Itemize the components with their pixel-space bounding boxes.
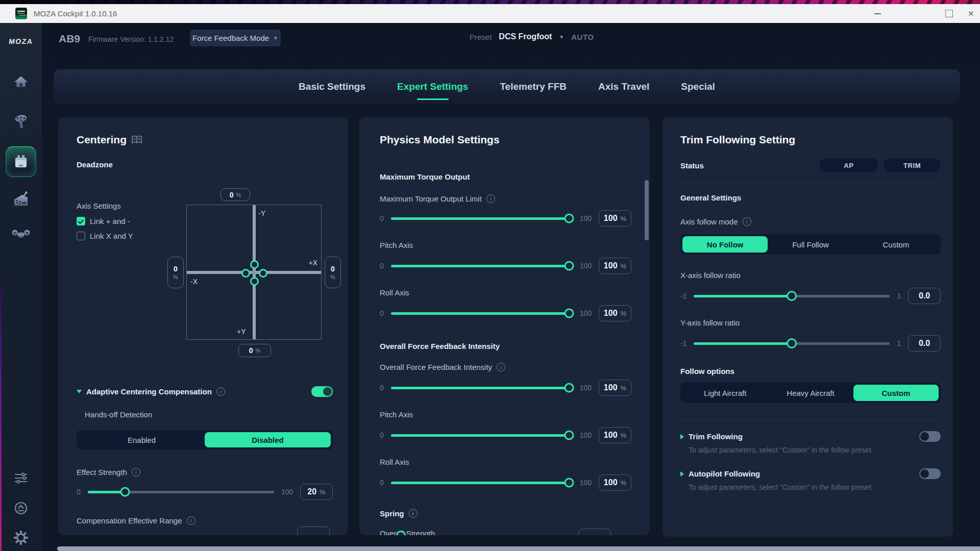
slider-thumb[interactable] bbox=[787, 338, 797, 348]
slider-value-partial[interactable] bbox=[578, 529, 611, 535]
tab-telemetry-ffb[interactable]: Telemetry FFB bbox=[499, 78, 568, 95]
sidebar-item-throttle[interactable] bbox=[11, 190, 31, 210]
sidebar-item-calibration[interactable] bbox=[11, 468, 31, 488]
slider-track[interactable] bbox=[391, 217, 573, 220]
tab-axis-travel[interactable]: Axis Travel bbox=[597, 78, 650, 95]
deadzone-handle-left[interactable] bbox=[241, 269, 250, 278]
hands-off-segmented: Enabled Disabled bbox=[77, 430, 333, 449]
deadzone-left-input[interactable]: 0% bbox=[167, 257, 184, 288]
sidebar-item-pedals[interactable] bbox=[11, 225, 31, 244]
collapse-triangle-icon[interactable] bbox=[77, 390, 82, 393]
sidebar-item-settings[interactable] bbox=[11, 528, 31, 547]
close-button[interactable]: ✕ bbox=[961, 4, 980, 23]
checkbox-link-plus-minus[interactable]: Link + and - bbox=[77, 217, 133, 226]
general-settings-label: General Settings bbox=[680, 193, 941, 202]
info-icon[interactable]: i bbox=[497, 363, 505, 371]
compensation-range-value-partial[interactable] bbox=[297, 527, 330, 535]
deadzone-plot[interactable]: -Y +X -X +Y ✕ bbox=[186, 205, 322, 340]
chevron-down-icon[interactable]: ▼ bbox=[559, 34, 564, 40]
option-no-follow[interactable]: No Follow bbox=[682, 236, 768, 253]
minimize-button[interactable] bbox=[866, 4, 889, 23]
slider-value[interactable]: 100% bbox=[599, 474, 631, 491]
slider-value[interactable]: 100% bbox=[599, 380, 631, 396]
deadzone-right-input[interactable]: 0% bbox=[325, 257, 341, 288]
slider-value[interactable]: 100% bbox=[599, 210, 631, 227]
slider-track[interactable] bbox=[391, 265, 573, 267]
autopilot-following-toggle[interactable] bbox=[919, 468, 941, 479]
window-controls: ✕ bbox=[866, 4, 980, 23]
trim-following-toggle[interactable] bbox=[919, 431, 941, 442]
info-icon[interactable]: i bbox=[132, 468, 140, 477]
auto-badge[interactable]: AUTO bbox=[571, 33, 594, 41]
info-icon[interactable]: i bbox=[187, 516, 195, 525]
deadzone-bottom-input[interactable]: 0% bbox=[238, 344, 271, 357]
sidebar-item-base-active[interactable] bbox=[6, 146, 36, 177]
slider-thumb[interactable] bbox=[787, 291, 797, 301]
deadzone-handle-right[interactable] bbox=[259, 269, 267, 278]
x-ratio-label: X-axis follow ratio bbox=[680, 271, 941, 280]
option-enabled[interactable]: Enabled bbox=[79, 432, 205, 447]
info-icon[interactable]: i bbox=[743, 217, 751, 226]
tab-special[interactable]: Special bbox=[680, 78, 716, 95]
option-light-aircraft[interactable]: Light Aircraft bbox=[682, 385, 768, 401]
maximize-button[interactable] bbox=[937, 4, 961, 23]
info-icon[interactable]: i bbox=[409, 509, 418, 518]
info-icon[interactable]: i bbox=[486, 194, 495, 203]
max-torque-section: Maximum Torque Output bbox=[380, 172, 631, 181]
slider-value[interactable]: 100% bbox=[599, 427, 631, 443]
preset-value[interactable]: DCS Frogfoot bbox=[499, 32, 552, 41]
option-custom[interactable]: Custom bbox=[853, 236, 939, 253]
preset-label: Preset bbox=[470, 33, 492, 41]
ap-status-badge[interactable]: AP bbox=[819, 158, 878, 172]
trim-following-hint: To adjust parameters, select "Custom" in… bbox=[680, 446, 941, 454]
slider-track[interactable] bbox=[391, 387, 573, 389]
option-heavy-aircraft[interactable]: Heavy Aircraft bbox=[768, 385, 853, 401]
slider-value[interactable]: 100% bbox=[599, 258, 631, 274]
pitch-axis-slider: 0 100 100% bbox=[380, 258, 631, 274]
slider-track[interactable] bbox=[391, 312, 573, 315]
option-full-follow[interactable]: Full Follow bbox=[768, 236, 853, 253]
deadzone-top-input[interactable]: 0% bbox=[220, 188, 250, 201]
slider-thumb[interactable] bbox=[564, 478, 574, 488]
y-ratio-slider: -1 1 0.0 bbox=[680, 335, 941, 352]
slider-track[interactable] bbox=[391, 482, 573, 484]
sidebar: MOZA bbox=[0, 23, 42, 551]
slider-thumb[interactable] bbox=[564, 261, 574, 271]
expand-triangle-icon[interactable] bbox=[680, 434, 684, 439]
slider-thumb[interactable] bbox=[564, 214, 574, 223]
adaptive-centering-toggle[interactable] bbox=[311, 386, 333, 397]
tab-expert-settings[interactable]: Expert Settings bbox=[396, 78, 469, 95]
slider-track[interactable] bbox=[391, 434, 573, 437]
deadzone-handle-top[interactable] bbox=[250, 260, 259, 269]
checkbox-link-x-y[interactable]: Link X and Y bbox=[77, 232, 133, 240]
slider-track[interactable] bbox=[88, 491, 274, 493]
option-custom[interactable]: Custom bbox=[853, 385, 939, 401]
deadzone-center-handle[interactable]: ✕ bbox=[251, 269, 256, 276]
axis-settings-label: Axis Settings bbox=[77, 202, 121, 210]
slider-thumb[interactable] bbox=[564, 383, 574, 393]
manual-book-icon[interactable] bbox=[132, 136, 142, 144]
tab-basic-settings[interactable]: Basic Settings bbox=[298, 78, 366, 95]
y-ratio-value[interactable]: 0.0 bbox=[908, 335, 941, 352]
autopilot-following-hint: To adjust parameters, select "Custom" in… bbox=[680, 483, 941, 491]
sidebar-item-joystick[interactable] bbox=[11, 112, 31, 131]
option-disabled[interactable]: Disabled bbox=[205, 432, 331, 447]
slider-value[interactable]: 100% bbox=[599, 305, 631, 321]
trim-status-badge[interactable]: TRIM bbox=[884, 158, 941, 172]
info-icon[interactable]: i bbox=[216, 387, 225, 396]
slider-thumb[interactable] bbox=[564, 431, 574, 440]
panel-scrollbar[interactable] bbox=[645, 180, 649, 240]
x-ratio-value[interactable]: 0.0 bbox=[908, 288, 941, 304]
mode-dropdown[interactable]: Force Feedback Mode ▼ bbox=[190, 30, 281, 46]
expand-triangle-icon[interactable] bbox=[680, 471, 684, 477]
slider-track[interactable] bbox=[694, 342, 890, 345]
checkbox-unchecked-icon bbox=[77, 232, 85, 240]
slider-thumb[interactable] bbox=[120, 487, 130, 497]
deadzone-handle-bottom[interactable] bbox=[250, 277, 259, 286]
horizontal-scrollbar[interactable] bbox=[57, 546, 980, 551]
effect-strength-value[interactable]: 20% bbox=[300, 484, 333, 500]
slider-thumb[interactable] bbox=[564, 309, 574, 318]
slider-track[interactable] bbox=[694, 295, 890, 297]
sidebar-item-update[interactable] bbox=[11, 498, 31, 518]
sidebar-item-home[interactable] bbox=[11, 72, 31, 91]
